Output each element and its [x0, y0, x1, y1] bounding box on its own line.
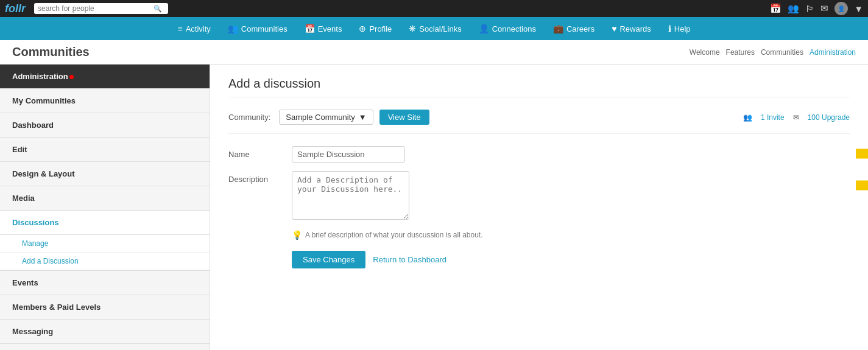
breadcrumb-administration[interactable]: Administration	[810, 48, 856, 57]
breadcrumb-communities[interactable]: Communities	[761, 48, 803, 57]
sidebar-item-administration[interactable]: Administration	[0, 65, 210, 89]
arrow-svg-2	[856, 173, 868, 197]
avatar[interactable]: 👤	[834, 2, 848, 15]
name-field-row: Name	[228, 146, 850, 163]
top-icons: 📅 👥 🏳 ✉ 👤 ▼	[770, 2, 863, 15]
community-left: Community: Sample Community ▼ View Site	[228, 110, 429, 125]
careers-icon: 💼	[553, 24, 563, 33]
community-dropdown-icon: ▼	[359, 113, 367, 122]
people-icon[interactable]: 👥	[788, 3, 799, 14]
sidebar-sub-manage[interactable]: Manage	[0, 235, 210, 253]
logo: follr	[5, 2, 26, 15]
breadcrumb-features[interactable]: Features	[726, 48, 755, 57]
form-hint: 💡 A brief description of what your duscu…	[292, 230, 850, 240]
mail-upgrade-icon: ✉	[793, 113, 799, 122]
events-icon: 📅	[305, 24, 315, 33]
return-to-dashboard-link[interactable]: Return to Dashboard	[373, 255, 446, 264]
description-input-container	[292, 171, 850, 222]
sidebar-item-my-communities[interactable]: My Communities	[0, 89, 210, 113]
page-title: Communities	[12, 45, 90, 59]
description-arrow-annotation	[856, 173, 868, 199]
community-name: Sample Community	[286, 113, 355, 122]
arrow-svg	[856, 141, 868, 166]
breadcrumb-welcome[interactable]: Welcome	[690, 48, 720, 57]
nav-rewards[interactable]: ♥Rewards	[604, 20, 658, 37]
search-box[interactable]: 🔍	[34, 3, 168, 14]
nav-careers[interactable]: 💼Careers	[546, 20, 602, 37]
sidebar-item-dashboard[interactable]: Dashboard	[0, 113, 210, 138]
sidebar-item-design-layout[interactable]: Design & Layout	[0, 162, 210, 186]
sidebar-item-events[interactable]: Events	[0, 271, 210, 295]
community-right: 👥 1 Invite ✉ 100 Upgrade	[743, 113, 850, 122]
sidebar-discussions-submenu: Manage Add a Discussion	[0, 235, 210, 271]
sidebar-item-edit[interactable]: Edit	[0, 138, 210, 162]
flag-icon[interactable]: 🏳	[805, 4, 814, 14]
name-input[interactable]	[292, 146, 405, 163]
name-input-container	[292, 146, 850, 163]
form-actions: Save Changes Return to Dashboard	[292, 251, 850, 268]
rewards-icon: ♥	[612, 24, 616, 33]
sidebar-item-members-paid[interactable]: Members & Paid Levels	[0, 295, 210, 320]
sidebar-item-messaging[interactable]: Messaging	[0, 320, 210, 344]
description-label: Description	[228, 171, 283, 184]
nav-profile[interactable]: ⊕Profile	[351, 20, 399, 37]
notification-dot	[69, 75, 74, 79]
communities-icon: 👥	[228, 24, 238, 33]
svg-marker-1	[856, 173, 868, 197]
sidebar: Administration My Communities Dashboard …	[0, 65, 210, 350]
content-title: Add a discussion	[228, 77, 850, 97]
name-arrow-annotation	[856, 141, 868, 167]
breadcrumb: Welcome Features Communities Administrat…	[690, 48, 856, 57]
mail-icon[interactable]: ✉	[820, 3, 828, 14]
nav-help[interactable]: ℹHelp	[661, 20, 698, 37]
navbar: ≡Activity 👥Communities 📅Events ⊕Profile …	[0, 17, 868, 40]
content-area: Add a discussion Community: Sample Commu…	[210, 65, 868, 350]
nav-connections[interactable]: 👤Connections	[471, 20, 543, 37]
hint-text: A brief description of what your duscuss…	[305, 231, 483, 239]
invite-link[interactable]: 1 Invite	[761, 113, 785, 122]
chevron-down-icon[interactable]: ▼	[854, 4, 863, 14]
connections-icon: 👤	[479, 24, 489, 33]
upgrade-link[interactable]: 100 Upgrade	[808, 113, 850, 122]
nav-events[interactable]: 📅Events	[297, 20, 350, 37]
search-input[interactable]	[38, 4, 153, 13]
sidebar-item-orders[interactable]: Orders	[0, 344, 210, 350]
breadcrumb-bar: Communities Welcome Features Communities…	[0, 40, 868, 65]
community-label: Community:	[228, 113, 270, 122]
nav-sociallinks[interactable]: ❋Social/Links	[401, 20, 468, 37]
community-row: Community: Sample Community ▼ View Site …	[228, 110, 850, 134]
description-field-row: Description	[228, 171, 850, 222]
social-icon: ❋	[409, 24, 416, 33]
community-select-button[interactable]: Sample Community ▼	[279, 110, 373, 125]
sidebar-sub-add-discussion[interactable]: Add a Discussion	[0, 253, 210, 270]
main-layout: Administration My Communities Dashboard …	[0, 65, 868, 350]
nav-communities[interactable]: 👥Communities	[221, 20, 295, 37]
profile-icon: ⊕	[359, 24, 366, 33]
help-icon: ℹ	[668, 24, 671, 33]
activity-icon: ≡	[177, 24, 182, 33]
name-label: Name	[228, 146, 283, 159]
save-button[interactable]: Save Changes	[292, 251, 365, 268]
sidebar-item-discussions[interactable]: Discussions	[0, 211, 210, 235]
invite-icon: 👥	[743, 113, 752, 122]
sidebar-item-media[interactable]: Media	[0, 186, 210, 211]
svg-marker-0	[856, 141, 868, 166]
calendar-icon[interactable]: 📅	[770, 3, 782, 14]
view-site-button[interactable]: View Site	[379, 110, 429, 125]
search-icon: 🔍	[153, 5, 162, 13]
description-textarea[interactable]	[292, 171, 409, 220]
bulb-icon: 💡	[292, 230, 302, 240]
topbar: follr 🔍 📅 👥 🏳 ✉ 👤 ▼	[0, 0, 868, 17]
nav-activity[interactable]: ≡Activity	[170, 20, 217, 37]
